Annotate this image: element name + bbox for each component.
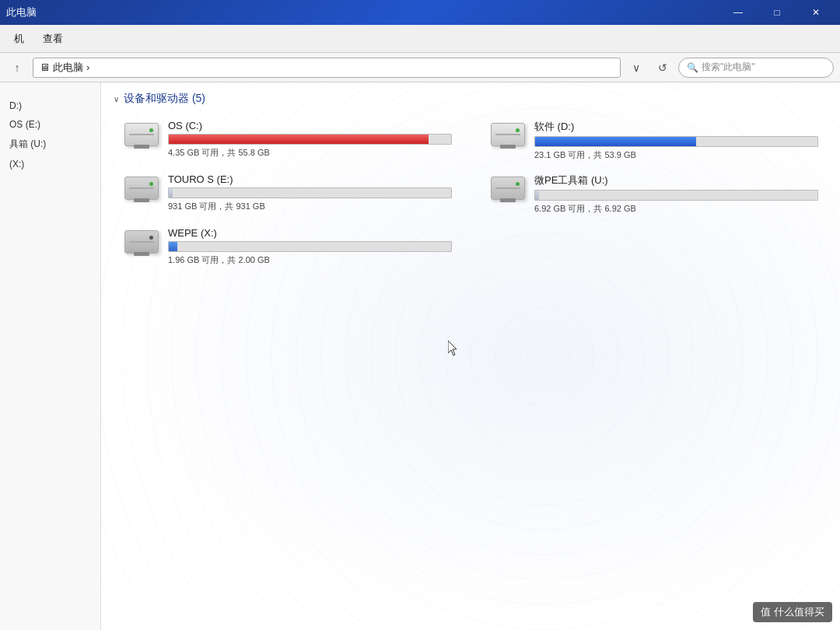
progress-bar-e (168, 187, 452, 198)
search-icon: 🔍 (687, 62, 698, 73)
drive-icon-d (489, 120, 527, 149)
drive-size-c: 4.35 GB 可用，共 55.8 GB (168, 147, 452, 159)
watermark-text: 值 什么值得买 (761, 605, 824, 619)
progress-fill-d (535, 137, 696, 146)
main-area: D:) OS (E:) 具箱 (U:) (X:) ∨ 设备和驱动器 (5) (0, 82, 840, 630)
drive-size-d: 23.1 GB 可用，共 53.9 GB (534, 149, 818, 161)
sidebar-item-d[interactable]: D:) (0, 96, 100, 115)
drive-name-x: WEPE (X:) (168, 227, 452, 239)
address-text: 此电脑 (53, 61, 83, 75)
drive-d[interactable]: 软件 (D:) 23.1 GB 可用，共 53.9 GB (486, 115, 821, 166)
drives-grid: OS (C:) 4.35 GB 可用，共 55.8 GB (114, 115, 828, 271)
address-computer-icon: 🖥 (40, 61, 50, 73)
section-header: ∨ 设备和驱动器 (5) (114, 92, 828, 106)
minimize-button[interactable]: — (720, 4, 756, 21)
restore-button[interactable]: □ (759, 4, 795, 21)
mouse-cursor (448, 341, 459, 359)
menu-item-machine[interactable]: 机 (6, 29, 32, 49)
content-area: ∨ 设备和驱动器 (5) OS (C:) (101, 82, 840, 630)
address-bar: ↑ 🖥 此电脑 › ∨ ↺ 🔍 搜索"此电脑" (0, 53, 840, 82)
refresh-button[interactable]: ↺ (652, 58, 674, 78)
drive-info-u: 微PE工具箱 (U:) 6.92 GB 可用，共 6.92 GB (534, 173, 818, 215)
progress-fill-x (169, 242, 177, 251)
drive-icon-x (123, 227, 160, 257)
drive-x[interactable]: WEPE (X:) 1.96 GB 可用，共 2.00 GB (120, 222, 455, 271)
drive-u[interactable]: 微PE工具箱 (U:) 6.92 GB 可用，共 6.92 GB (486, 169, 821, 219)
section-toggle-icon[interactable]: ∨ (114, 95, 119, 103)
drive-name-c: OS (C:) (168, 120, 452, 131)
menu-bar: 机 查看 (0, 25, 840, 53)
drive-info-c: OS (C:) 4.35 GB 可用，共 55.8 GB (168, 120, 452, 159)
address-separator: › (86, 61, 89, 73)
drive-name-d: 软件 (D:) (534, 120, 818, 134)
drive-name-e: TOURO S (E:) (168, 173, 452, 185)
drive-info-e: TOURO S (E:) 931 GB 可用，共 931 GB (168, 173, 452, 212)
progress-bar-c (168, 134, 452, 145)
progress-fill-u (535, 191, 539, 200)
drive-name-u: 微PE工具箱 (U:) (534, 173, 818, 187)
close-button[interactable]: ✕ (798, 4, 834, 21)
title-bar: 此电脑 — □ ✕ (0, 0, 840, 25)
search-placeholder: 搜索"此电脑" (702, 61, 755, 74)
title-bar-controls: — □ ✕ (720, 4, 834, 21)
drive-size-x: 1.96 GB 可用，共 2.00 GB (168, 254, 452, 266)
sidebar-item-0[interactable] (0, 89, 100, 96)
address-path[interactable]: 🖥 此电脑 › (33, 58, 621, 78)
drive-icon-e (123, 173, 160, 203)
dropdown-button[interactable]: ∨ (625, 58, 647, 78)
section-title: 设备和驱动器 (5) (124, 92, 205, 106)
sidebar-item-e[interactable]: OS (E:) (0, 115, 100, 134)
window-title: 此电脑 (6, 5, 37, 19)
menu-item-view[interactable]: 查看 (35, 29, 71, 49)
progress-fill-e (169, 188, 173, 198)
search-box[interactable]: 🔍 搜索"此电脑" (678, 58, 834, 78)
drive-info-x: WEPE (X:) 1.96 GB 可用，共 2.00 GB (168, 227, 452, 266)
sidebar-item-u[interactable]: 具箱 (U:) (0, 134, 100, 155)
drive-c[interactable]: OS (C:) 4.35 GB 可用，共 55.8 GB (120, 115, 455, 166)
nav-up-button[interactable]: ↑ (6, 58, 28, 78)
drive-icon-u (489, 173, 527, 203)
content-inner: ∨ 设备和驱动器 (5) OS (C:) (114, 92, 828, 271)
sidebar: D:) OS (E:) 具箱 (U:) (X:) (0, 82, 101, 630)
title-bar-left: 此电脑 (6, 5, 37, 19)
drive-size-u: 6.92 GB 可用，共 6.92 GB (534, 203, 818, 215)
progress-bar-d (534, 136, 818, 147)
sidebar-item-x[interactable]: (X:) (0, 155, 100, 173)
progress-bar-u (534, 190, 818, 201)
progress-bar-x (168, 241, 452, 252)
watermark: 值 什么值得买 (753, 602, 832, 622)
drive-size-e: 931 GB 可用，共 931 GB (168, 201, 452, 212)
drive-e[interactable]: TOURO S (E:) 931 GB 可用，共 931 GB (120, 169, 455, 219)
progress-fill-c (169, 135, 429, 144)
drive-icon-c (123, 120, 160, 149)
drive-info-d: 软件 (D:) 23.1 GB 可用，共 53.9 GB (534, 120, 818, 161)
